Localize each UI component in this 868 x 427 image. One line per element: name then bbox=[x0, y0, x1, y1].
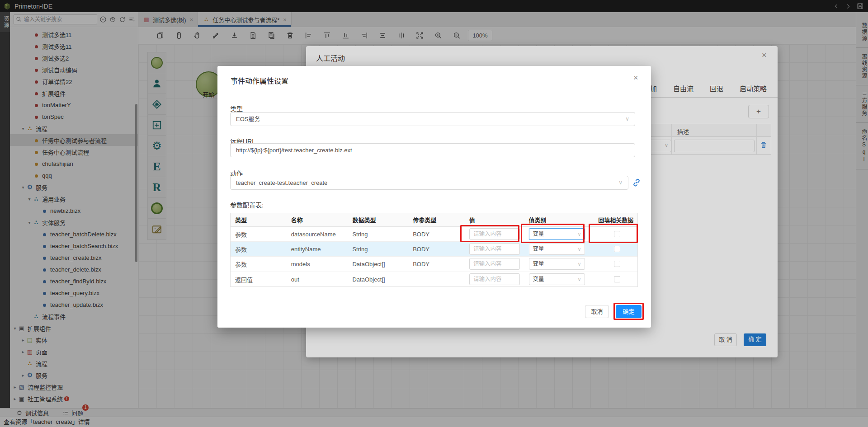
modal-close-icon[interactable]: × bbox=[633, 73, 638, 83]
value-input[interactable]: 请输入内容 bbox=[469, 243, 520, 255]
cell-name: out bbox=[287, 276, 348, 283]
chevron-down-icon: ∨ bbox=[625, 113, 629, 126]
app-root: Primeton-IDE 资源 AI bbox=[0, 0, 868, 427]
chevron-down-icon: ∨ bbox=[578, 274, 581, 285]
param-table-row: 返回值 out DataObject[] 请输入内容 变量∨ bbox=[231, 272, 637, 287]
backfill-checkbox[interactable] bbox=[614, 231, 620, 237]
param-table-row: 参数 models DataObject[] BODY 请输入内容 变量∨ bbox=[231, 257, 637, 272]
param-table: 类型 名称 数据类型 传参类型 值 值类别 回填相关数据 参数 datasour… bbox=[230, 213, 638, 287]
link-icon[interactable] bbox=[632, 178, 642, 188]
col-header: 值类别 bbox=[524, 216, 597, 224]
type-select-value: EOS服务 bbox=[236, 116, 260, 122]
param-table-header: 类型 名称 数据类型 传参类型 值 值类别 回填相关数据 bbox=[231, 213, 637, 227]
cell-datatype: DataObject[] bbox=[348, 276, 408, 283]
col-header: 回填相关数据 bbox=[596, 216, 637, 224]
value-placeholder: 请输入内容 bbox=[473, 246, 502, 252]
backfill-checkbox[interactable] bbox=[614, 261, 620, 267]
backfill-checkbox[interactable] bbox=[614, 276, 620, 282]
cell-datatype: String bbox=[348, 246, 408, 253]
cell-name: datasourceName bbox=[287, 231, 348, 238]
modal-cancel-button[interactable]: 取消 bbox=[585, 305, 609, 318]
param-table-body: 参数 datasourceName String BODY 请输入内容 变量∨ … bbox=[231, 227, 637, 287]
cell-datatype: String bbox=[348, 231, 408, 238]
value-type-value: 变量 bbox=[533, 276, 544, 282]
param-table-row: 参数 entityName String BODY 请输入内容 变量∨ bbox=[231, 242, 637, 257]
value-placeholder: 请输入内容 bbox=[473, 231, 502, 237]
chevron-down-icon: ∨ bbox=[578, 244, 581, 254]
modal-title: 事件动作属性设置 bbox=[231, 75, 288, 86]
col-header: 值 bbox=[465, 216, 524, 224]
chevron-down-icon: ∨ bbox=[578, 258, 581, 269]
cell-type: 参数 bbox=[231, 260, 287, 268]
type-select[interactable]: EOS服务 ∨ bbox=[230, 112, 635, 126]
value-input[interactable]: 请输入内容 bbox=[469, 228, 520, 240]
param-table-row: 参数 datasourceName String BODY 请输入内容 变量∨ bbox=[231, 227, 637, 242]
param-table-label: 参数配置表: bbox=[230, 200, 264, 209]
chevron-down-icon: ∨ bbox=[578, 229, 581, 239]
modal-ok-button[interactable]: 确定 bbox=[616, 305, 642, 318]
col-header: 数据类型 bbox=[348, 216, 408, 224]
value-input[interactable]: 请输入内容 bbox=[469, 258, 520, 270]
cell-name: entityName bbox=[287, 246, 348, 253]
event-action-properties-modal: 事件动作属性设置 × 类型 EOS服务 ∨ 远程URL http://${ip}… bbox=[217, 66, 651, 328]
value-type-select[interactable]: 变量∨ bbox=[529, 273, 585, 285]
chevron-down-icon: ∨ bbox=[618, 176, 623, 189]
cell-type: 参数 bbox=[231, 245, 287, 253]
cell-type: 参数 bbox=[231, 230, 287, 239]
cell-datatype: DataObject[] bbox=[348, 261, 408, 267]
value-input[interactable]: 请输入内容 bbox=[469, 273, 520, 285]
value-type-select[interactable]: 变量∨ bbox=[529, 243, 585, 255]
action-select-value: teacher_create-test.teacher_create bbox=[236, 179, 327, 186]
cell-passtype: BODY bbox=[408, 261, 465, 267]
col-header: 类型 bbox=[231, 216, 287, 224]
cell-type: 返回值 bbox=[231, 275, 287, 284]
value-type-select[interactable]: 变量∨ bbox=[529, 258, 585, 270]
backfill-checkbox[interactable] bbox=[614, 246, 620, 252]
value-type-value: 变量 bbox=[533, 246, 544, 252]
value-placeholder: 请输入内容 bbox=[473, 276, 502, 282]
remote-url-input[interactable]: http://${ip}:${port}/test.teacher_create… bbox=[230, 143, 635, 157]
action-select[interactable]: teacher_create-test.teacher_create ∨ bbox=[230, 176, 628, 190]
value-type-value: 变量 bbox=[533, 261, 544, 267]
value-placeholder: 请输入内容 bbox=[473, 261, 502, 267]
remote-url-value: http://${ip}:${port}/test.teacher_create… bbox=[236, 147, 352, 154]
cell-passtype: BODY bbox=[408, 231, 465, 238]
cell-name: models bbox=[287, 261, 348, 267]
value-type-select[interactable]: 变量∨ bbox=[529, 228, 585, 240]
col-header: 传参类型 bbox=[408, 216, 465, 224]
col-header: 名称 bbox=[287, 216, 348, 224]
type-label: 类型 bbox=[230, 104, 243, 113]
value-type-value: 变量 bbox=[533, 231, 544, 237]
cell-passtype: BODY bbox=[408, 246, 465, 253]
